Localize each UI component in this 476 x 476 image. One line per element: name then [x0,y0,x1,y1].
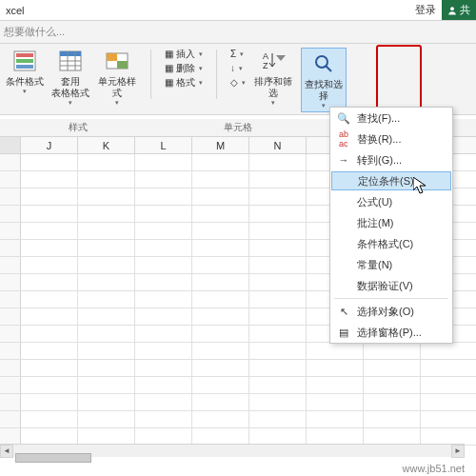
pane-icon: ▤ [336,325,351,340]
svg-rect-13 [117,61,128,69]
magnifier-icon: 🔍 [336,110,351,126]
app-name: xcel [0,5,25,16]
find-select-icon [309,50,338,77]
menu-goto[interactable]: →转到(G)... [330,149,452,170]
menu-selection-pane[interactable]: ▤选择窗格(P)... [330,322,452,343]
highlight-annotation [376,45,422,111]
autosum-button[interactable]: Σ▾ [230,48,246,61]
sort-filter-button[interactable]: AZ 排序和筛选 ▾ [253,48,293,107]
fill-button[interactable]: ↓▾ [230,62,246,75]
menu-cond-format[interactable]: 条件格式(C) [330,233,452,254]
tell-me-field[interactable]: 想要做什么... [0,21,476,44]
share-person-icon [447,6,457,15]
cursor-icon: ↖ [336,304,351,319]
svg-text:A: A [263,51,268,61]
svg-text:Z: Z [263,61,268,70]
share-label: 共 [460,3,470,17]
replace-icon: abac [336,131,351,147]
horizontal-scrollbar[interactable]: ◄ ► [0,444,465,457]
cell-styles-icon [103,48,131,74]
menu-comments[interactable]: 批注(M) [330,212,452,233]
sort-filter-icon: AZ [259,48,288,74]
svg-line-17 [326,66,331,71]
col-header[interactable]: K [78,137,135,153]
find-select-menu: 🔍查找(F)... abac替换(R)... →转到(G)... 定位条件(S)… [329,107,453,344]
login-link[interactable]: 登录 [415,3,436,17]
delete-cells-button[interactable]: ▦删除▾ [165,62,203,75]
insert-icon: ▦ [165,48,173,61]
sum-icon: Σ [230,48,236,61]
clear-button[interactable]: ◇▾ [230,76,246,89]
format-icon: ▦ [165,76,173,89]
menu-goto-special[interactable]: 定位条件(S)... [331,171,451,190]
fill-icon: ↓ [230,62,235,75]
find-select-button[interactable]: 查找和选择 ▾ [301,48,347,112]
svg-rect-12 [107,53,117,61]
menu-formulas[interactable]: 公式(U) [330,191,452,212]
share-button[interactable]: 共 [442,0,476,20]
tell-me-text: 想要做什么... [4,25,65,39]
svg-rect-3 [16,59,33,63]
cond-format-icon [10,48,39,74]
conditional-formatting-button[interactable]: 条件格式 ▾ [6,48,44,95]
table-format-icon [56,48,85,74]
cell-styles-button[interactable]: 单元格样式 ▾ [97,48,137,107]
format-cells-button[interactable]: ▦格式▾ [165,76,203,89]
watermark-text: www.jb51.net [403,463,465,474]
col-header[interactable]: L [135,137,192,153]
menu-data-validation[interactable]: 数据验证(V) [330,275,452,296]
menu-select-objects[interactable]: ↖选择对象(O) [330,301,452,322]
ribbon: 条件格式 ▾ 套用 表格格式 ▾ 单元格样式 ▾ ▦插入▾ ▦删除▾ ▦格式▾ [0,44,476,115]
delete-icon: ▦ [165,62,173,75]
goto-icon: → [336,152,351,168]
menu-separator [334,298,448,299]
col-header[interactable]: M [192,137,249,153]
scroll-left-button[interactable]: ◄ [0,445,13,458]
svg-rect-2 [16,53,33,57]
group-label-styles: 样式 [40,119,116,136]
col-header[interactable]: N [249,137,307,153]
insert-cells-button[interactable]: ▦插入▾ [165,48,203,61]
format-as-table-button[interactable]: 套用 表格格式 ▾ [51,48,89,107]
clear-icon: ◇ [230,76,238,89]
svg-rect-4 [16,65,33,69]
menu-constants[interactable]: 常量(N) [330,254,452,275]
svg-point-0 [450,7,454,10]
scroll-right-button[interactable]: ► [451,445,465,458]
group-label-cells: 单元格 [195,119,281,136]
col-header[interactable]: J [21,137,78,153]
svg-rect-6 [60,51,81,56]
menu-replace[interactable]: abac替换(R)... [330,129,452,149]
scroll-thumb[interactable] [15,453,91,463]
menu-find[interactable]: 🔍查找(F)... [330,108,452,129]
title-bar: xcel 登录 共 [0,0,476,21]
